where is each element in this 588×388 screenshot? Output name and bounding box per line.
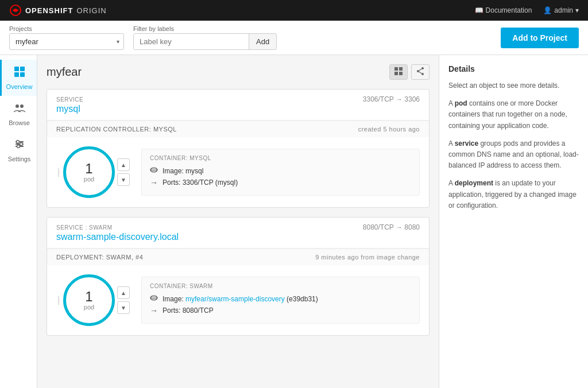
svg-line-21 xyxy=(419,72,421,73)
svg-rect-14 xyxy=(399,67,403,71)
browse-label: Browse xyxy=(9,119,30,126)
details-panel: Details Select an object to see more det… xyxy=(439,55,588,388)
overview-icon xyxy=(13,65,26,81)
projects-label: Projects xyxy=(9,25,124,32)
image-link-swarm[interactable]: myfear/swarm-sample-discovery xyxy=(185,295,285,303)
svg-rect-13 xyxy=(394,67,398,71)
container-image-swarm: Image: myfear/swarm-sample-discovery (e3… xyxy=(163,295,318,303)
details-deployment-text: A deployment is an update to your applic… xyxy=(448,178,579,211)
svg-line-20 xyxy=(419,69,421,71)
details-pod-text: A pod contains one or more Docker contai… xyxy=(448,98,579,131)
page-header: myfear xyxy=(47,64,430,80)
service-meta-swarm: SERVICE : SWARM swarm-sample-discovery.l… xyxy=(56,224,179,242)
container-info-mysql: CONTAINER: MYSQL Image: mysql → Ports: 3… xyxy=(141,149,420,196)
pod-label-mysql: pod xyxy=(84,176,94,183)
rc-header-swarm: DEPLOYMENT: SWARM, #4 9 minutes ago from… xyxy=(47,249,429,265)
filter-group: Filter by labels Add xyxy=(133,25,277,50)
browse-icon xyxy=(13,102,26,117)
documentation-label: Documentation xyxy=(486,6,532,14)
projects-select-wrapper: myfear ▾ xyxy=(9,33,124,50)
svg-point-25 xyxy=(150,297,157,299)
svg-point-5 xyxy=(16,104,19,108)
sidebar-item-browse[interactable]: Browse xyxy=(0,96,37,132)
pod-circle-wrapper-mysql: | 1 pod ▲ ▼ xyxy=(56,146,130,198)
list-icon xyxy=(394,67,403,75)
svg-rect-2 xyxy=(20,67,25,71)
sidebar-item-settings[interactable]: Settings xyxy=(0,132,37,168)
main-content: myfear SERVICE mysql 3306 xyxy=(37,55,439,388)
view-controls xyxy=(389,64,430,80)
share-view-button[interactable] xyxy=(411,64,430,80)
pod-increase-button-swarm[interactable]: ▲ xyxy=(117,286,130,299)
container-ports-swarm: Ports: 8080/TCP xyxy=(163,306,214,315)
pod-circle-swarm: 1 pod xyxy=(63,274,115,326)
filter-label: Filter by labels xyxy=(133,25,277,32)
main-layout: Overview Browse Settings myfear xyxy=(0,55,588,388)
svg-point-10 xyxy=(16,141,19,143)
pod-decrease-button-swarm[interactable]: ▼ xyxy=(117,301,130,314)
svg-point-23 xyxy=(150,169,157,171)
svg-point-19 xyxy=(421,73,424,75)
pod-count-swarm: 1 xyxy=(85,290,92,304)
container-header-swarm: CONTAINER: SWARM xyxy=(150,283,411,289)
book-icon: 📖 xyxy=(475,6,483,14)
sidebar-item-overview[interactable]: Overview xyxy=(0,60,37,96)
service-name-mysql[interactable]: mysql xyxy=(56,104,83,114)
service-label-swarm: SERVICE : SWARM xyxy=(56,224,179,231)
add-to-project-button[interactable]: Add to Project xyxy=(501,28,579,48)
logo: OPENSHIFT ORIGIN xyxy=(9,4,107,17)
top-navigation: OPENSHIFT ORIGIN 📖 Documentation 👤 admin… xyxy=(0,0,588,21)
pod-count-mysql: 1 xyxy=(85,162,92,176)
svg-point-11 xyxy=(20,143,22,146)
svg-rect-15 xyxy=(394,72,398,75)
image-icon-mysql xyxy=(150,166,158,176)
service-port-mysql: 3306/TCP → 3306 xyxy=(363,95,420,103)
container-row-mysql-1: → Ports: 3306/TCP (mysql) xyxy=(150,178,411,187)
port-icon-mysql: → xyxy=(150,178,158,187)
rc-section-swarm: DEPLOYMENT: SWARM, #4 9 minutes ago from… xyxy=(47,249,429,335)
pod-label-swarm: pod xyxy=(84,304,94,311)
pod-decrease-button-mysql[interactable]: ▼ xyxy=(117,173,130,186)
overview-label: Overview xyxy=(6,83,33,90)
port-icon-swarm: → xyxy=(150,306,158,315)
label-key-input[interactable] xyxy=(134,34,249,49)
svg-point-22 xyxy=(150,168,157,172)
projects-group: Projects myfear ▾ xyxy=(9,25,124,50)
pipe-left-swarm: | xyxy=(56,295,61,305)
pod-stepper-swarm: ▲ ▼ xyxy=(117,286,130,314)
admin-menu[interactable]: 👤 admin ▾ xyxy=(543,6,579,14)
rc-timestamp-mysql: created 5 hours ago xyxy=(358,126,420,133)
list-view-button[interactable] xyxy=(389,64,408,80)
svg-point-17 xyxy=(421,67,424,69)
rc-body-mysql: | 1 pod ▲ ▼ CONTAINER: MYSQL xyxy=(47,137,429,207)
svg-rect-4 xyxy=(20,72,25,77)
pipe-left-mysql: | xyxy=(56,167,61,177)
service-name-swarm[interactable]: swarm-sample-discovery.local xyxy=(56,232,179,242)
service-meta-mysql: SERVICE mysql xyxy=(56,96,83,114)
filter-add-button[interactable]: Add xyxy=(249,34,276,49)
toolbar: Projects myfear ▾ Filter by labels Add A… xyxy=(0,21,588,55)
container-row-swarm-0: Image: myfear/swarm-sample-discovery (e3… xyxy=(150,294,411,304)
chevron-down-icon: ▾ xyxy=(575,6,579,14)
service-header-swarm: SERVICE : SWARM swarm-sample-discovery.l… xyxy=(47,218,429,249)
details-title: Details xyxy=(448,64,579,73)
pod-stepper-mysql: ▲ ▼ xyxy=(117,158,130,186)
share-icon xyxy=(416,67,424,75)
service-label-mysql: SERVICE xyxy=(56,96,83,103)
documentation-link[interactable]: 📖 Documentation xyxy=(475,6,532,14)
projects-select[interactable]: myfear xyxy=(9,33,124,50)
container-ports-mysql: Ports: 3306/TCP (mysql) xyxy=(163,179,238,187)
service-card-swarm: SERVICE : SWARM swarm-sample-discovery.l… xyxy=(47,217,430,336)
brand-subbrand: ORIGIN xyxy=(76,6,106,15)
service-port-swarm: 8080/TCP → 8080 xyxy=(363,223,420,231)
details-intro: Select an object to see more details. xyxy=(448,80,579,91)
rc-header-mysql: REPLICATION CONTROLLER: MYSQL created 5 … xyxy=(47,121,429,137)
pod-increase-button-mysql[interactable]: ▲ xyxy=(117,158,130,171)
svg-rect-3 xyxy=(14,72,19,77)
container-image-mysql: Image: mysql xyxy=(163,167,203,175)
admin-label: admin xyxy=(554,6,573,14)
pod-circle-wrapper-swarm: | 1 pod ▲ ▼ xyxy=(56,274,130,326)
svg-point-6 xyxy=(20,104,24,108)
details-service-text: A service groups pods and provides a com… xyxy=(448,138,579,172)
rc-label-mysql: REPLICATION CONTROLLER: MYSQL xyxy=(56,126,177,133)
